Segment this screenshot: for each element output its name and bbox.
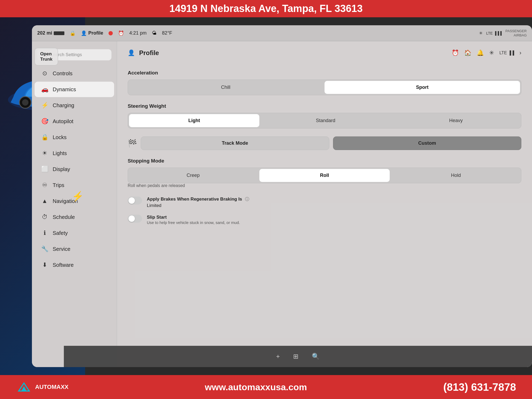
safety-icon: ℹ [41, 230, 48, 236]
sidebar-item-locks[interactable]: 🔒 Locks [35, 130, 114, 145]
custom-button[interactable]: Custom [333, 136, 522, 150]
locks-label: Locks [53, 134, 66, 140]
stopping-roll-button[interactable]: Roll [259, 169, 390, 182]
acceleration-title: Acceleration [128, 70, 521, 76]
steering-light-button[interactable]: Light [129, 114, 259, 127]
steering-btn-group: Light Standard Heavy [128, 113, 521, 128]
bluetooth-icon: ✳ [479, 31, 483, 36]
dynamics-icon: 🚗 [41, 86, 48, 93]
apply-brakes-toggle[interactable] [128, 197, 142, 205]
sidebar-item-service[interactable]: 🔧 Service [35, 241, 114, 257]
profile-title: Profile [139, 49, 159, 57]
alarm-icon: ⏰ [452, 49, 459, 56]
status-time: 4:21 pm [129, 30, 147, 36]
sidebar-item-display[interactable]: ⬜ Display [35, 161, 114, 177]
sidebar-item-autopilot[interactable]: 🎯 Autopilot [35, 114, 114, 129]
taskbar-search-button[interactable]: 🔍 [312, 353, 320, 360]
open-trunk-label: OpenTrunk [40, 51, 52, 62]
dynamics-label: Dynamics [53, 86, 76, 93]
bottom-logo: AUTOMAXX [16, 380, 69, 394]
sidebar-item-safety[interactable]: ℹ Safety [35, 225, 114, 241]
right-panel: 👤 Profile ⏰ 🏠 🔔 ✳ LTE ▐▐ › Acceleration [117, 41, 532, 367]
track-mode-icon: 🏁 [128, 139, 137, 148]
signal-icon: LTE ▐▐▐ [486, 31, 502, 35]
home-icon: 🏠 [464, 49, 471, 56]
bell-icon: 🔔 [477, 49, 484, 56]
display-label: Display [53, 166, 70, 172]
slip-start-label-group: Slip Start Use to help free vehicle stuc… [147, 214, 240, 225]
apply-brakes-label: Apply Brakes When Regenerative Braking I… [147, 196, 249, 209]
trips-label: Trips [53, 182, 64, 188]
sidebar-item-software[interactable]: ⬇ Software [35, 257, 114, 273]
status-right-icons: ✳ LTE ▐▐▐ PASSENGERAIRBAG [479, 29, 527, 37]
service-label: Service [53, 246, 70, 252]
sidebar-item-lights[interactable]: ☀ Lights [35, 146, 114, 161]
slip-start-toggle[interactable] [128, 215, 142, 223]
steering-section: Steering Weight Light Standard Heavy [128, 103, 521, 128]
lights-label: Lights [53, 150, 67, 156]
slip-start-hint: Use to help free vehicle stuck in snow, … [147, 220, 240, 225]
lights-icon: ☀ [41, 150, 48, 157]
bottom-banner: AUTOMAXX www.automaxxusa.com (813) 631-7… [0, 375, 532, 399]
taskbar-plus-button[interactable]: + [276, 353, 280, 360]
stopping-mode-section: Stopping Mode Creep Roll Hold Roll when … [128, 158, 521, 188]
software-label: Software [53, 262, 74, 268]
locks-icon: 🔒 [41, 134, 48, 141]
sidebar-item-charging[interactable]: ⚡ Charging [35, 98, 114, 113]
screen-area: ⚡ OpenTrunk + ⊞ 🔍 202 mi 🔒 👤 Profile [0, 17, 532, 375]
track-mode-section: 🏁 Track Mode Custom [128, 136, 521, 150]
automaxx-logo-icon [16, 380, 32, 394]
svg-point-4 [22, 99, 28, 106]
bottom-phone: (813) 631-7878 [443, 381, 516, 393]
status-profile: 👤 Profile [81, 30, 103, 36]
acceleration-btn-group: Chill Sport [128, 80, 521, 95]
steering-heavy-button[interactable]: Heavy [391, 113, 521, 128]
passenger-airbag-label: PASSENGERAIRBAG [505, 29, 527, 37]
stopping-hint: Roll when pedals are released [128, 183, 521, 188]
schedule-label: Schedule [53, 214, 75, 220]
top-banner: 14919 N Nebraska Ave, Tampa, FL 33613 [0, 0, 532, 17]
sidebar-item-controls[interactable]: ⊙ Controls [35, 66, 114, 81]
stopping-mode-title: Stopping Mode [128, 158, 521, 164]
service-icon: 🔧 [41, 246, 48, 252]
bottom-taskbar: + ⊞ 🔍 [64, 346, 532, 367]
open-trunk-button[interactable]: OpenTrunk [35, 48, 58, 65]
automaxx-label: AUTOMAXX [35, 384, 69, 390]
bottom-website: www.automaxxusa.com [205, 382, 307, 392]
sidebar-item-dynamics[interactable]: 🚗 Dynamics [35, 82, 114, 97]
autopilot-icon: 🎯 [41, 118, 48, 125]
apply-brakes-toggle-row: Apply Brakes When Regenerative Braking I… [128, 196, 521, 209]
schedule-icon: ⏱ [41, 214, 48, 221]
mileage-display: 202 mi [37, 30, 64, 36]
acceleration-sport-button[interactable]: Sport [325, 81, 520, 94]
info-icon: ⓘ [245, 197, 249, 201]
status-bar: 202 mi 🔒 👤 Profile ⏰ 4:21 pm 🌤 82°F ✳ LT… [32, 25, 532, 41]
controls-icon: ⊙ [41, 70, 48, 77]
safety-label: Safety [53, 230, 68, 236]
stopping-creep-button[interactable]: Creep [128, 168, 258, 183]
display-icon: ⬜ [41, 166, 48, 173]
slip-start-toggle-row: Slip Start Use to help free vehicle stuc… [128, 214, 521, 225]
taskbar-eq-button[interactable]: ⊞ [293, 353, 298, 360]
stopping-hold-button[interactable]: Hold [391, 168, 521, 183]
profile-person-icon: 👤 [128, 49, 135, 56]
trips-icon: ♾ [41, 182, 48, 189]
chevron-icon: › [519, 49, 521, 56]
acceleration-chill-button[interactable]: Chill [128, 80, 323, 95]
bluetooth-header-icon: ✳ [489, 49, 494, 56]
main-content: 🔍 Search Settings ⊙ Controls 🚗 Dynamics … [32, 41, 532, 367]
status-temperature: 82°F [162, 30, 172, 36]
track-mode-row: 🏁 Track Mode Custom [128, 136, 521, 150]
steering-standard-button[interactable]: Standard [260, 113, 391, 128]
profile-header-icons: ⏰ 🏠 🔔 ✳ LTE ▐▐ › [452, 49, 521, 56]
charging-icon: ⚡ [41, 102, 48, 109]
record-dot [109, 31, 113, 35]
sidebar-item-schedule[interactable]: ⏱ Schedule [35, 209, 114, 225]
autopilot-label: Autopilot [53, 118, 73, 124]
track-mode-button[interactable]: Track Mode [141, 136, 329, 150]
tesla-screen: 202 mi 🔒 👤 Profile ⏰ 4:21 pm 🌤 82°F ✳ LT… [32, 25, 532, 367]
svg-marker-1 [21, 386, 27, 391]
profile-person-icon: 👤 [81, 30, 87, 36]
top-banner-text: 14919 N Nebraska Ave, Tampa, FL 33613 [169, 3, 363, 14]
stopping-btn-group: Creep Roll Hold [128, 168, 521, 183]
